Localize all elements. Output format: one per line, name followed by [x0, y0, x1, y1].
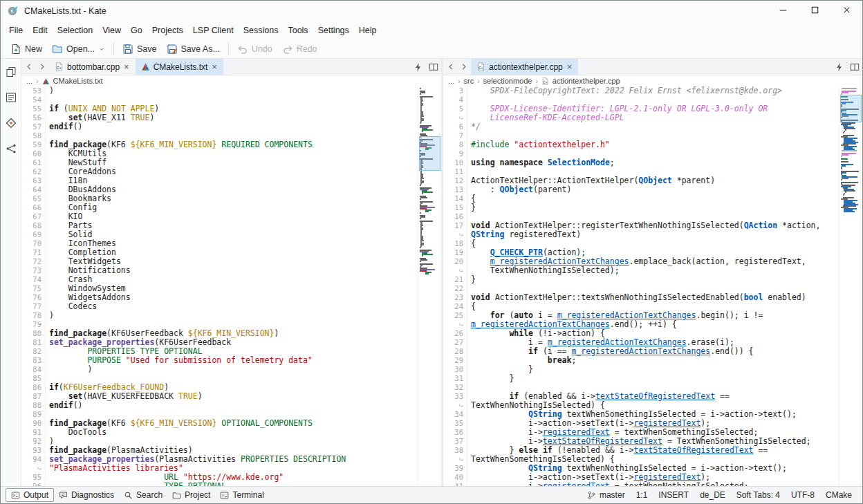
- toolbar: NewOpen...SaveSave As...UndoRedo: [1, 39, 862, 59]
- tab-bottombar-cpp[interactable]: C+bottombar.cpp×: [49, 59, 136, 75]
- minimap-line: [420, 198, 421, 200]
- line-number: 83: [21, 356, 45, 365]
- sidebar-symbols-tool[interactable]: [3, 141, 19, 156]
- menu-file[interactable]: File: [4, 23, 28, 38]
- sidebar-documents-tool[interactable]: [3, 64, 19, 80]
- minimize-button[interactable]: [767, 1, 799, 21]
- code-line: 68 Parts: [21, 221, 418, 230]
- code-line: 24{: [443, 302, 839, 311]
- status-tab-mode[interactable]: Soft Tabs: 4: [731, 490, 786, 500]
- statusbar-search-button[interactable]: Search: [119, 489, 167, 501]
- sidebar-file-list-tool[interactable]: [3, 90, 19, 105]
- tab-actiontexthelper-cpp[interactable]: C+actiontexthelper.cpp×: [471, 59, 578, 75]
- statusbar-diagnostics-button[interactable]: Diagnostics: [54, 489, 119, 501]
- sidebar-git-tool[interactable]: [3, 115, 19, 131]
- history-forward-button[interactable]: [35, 59, 48, 75]
- statusbar-terminal-button[interactable]: Terminal: [215, 489, 268, 501]
- svg-text:C+: C+: [57, 66, 62, 70]
- save-button[interactable]: Save: [118, 41, 162, 57]
- history-back-button[interactable]: [445, 59, 457, 75]
- code-area[interactable]: 53)5455if (UNIX AND NOT APPLE)56 set(HAV…: [21, 86, 418, 486]
- status-git-branch[interactable]: master: [582, 490, 631, 500]
- tab-close-icon[interactable]: ×: [566, 62, 573, 71]
- toolbar-button-label: Open...: [66, 44, 95, 54]
- line-number: 36: [443, 428, 467, 437]
- code-text: } else if (!enabled && i->textStateOfReg…: [467, 446, 839, 455]
- breadcrumb-collapsed[interactable]: ...: [26, 77, 33, 85]
- code-line: 7: [443, 131, 839, 140]
- redo-button[interactable]: Redo: [277, 41, 322, 57]
- minimap-scrollbar[interactable]: [418, 86, 441, 486]
- tab-label: CMakeLists.txt: [154, 62, 208, 72]
- menu-tools[interactable]: Tools: [283, 23, 313, 38]
- menu-view[interactable]: View: [98, 23, 126, 38]
- svg-text:C+: C+: [543, 80, 547, 84]
- close-button[interactable]: [830, 1, 862, 21]
- line-number: 96: [21, 482, 45, 486]
- code-line: 35 i->action->setText(i->registeredText)…: [443, 419, 839, 428]
- status-dictionary[interactable]: de_DE: [694, 490, 731, 500]
- minimap-line: [842, 150, 856, 151]
- maximize-button[interactable]: [799, 1, 830, 21]
- breadcrumb-item[interactable]: src: [464, 77, 474, 85]
- statusbar-output-button[interactable]: Output: [6, 488, 54, 502]
- menu-lsp-client[interactable]: LSP Client: [188, 23, 239, 38]
- status-input-mode[interactable]: INSERT: [653, 490, 694, 500]
- tab-cmakelists-txt[interactable]: CMakeLists.txt×: [136, 59, 223, 75]
- line-number: 56: [21, 113, 45, 122]
- code-line: 69 Solid: [21, 230, 418, 239]
- code-text: DBusAddons: [45, 185, 418, 194]
- menu-sessions[interactable]: Sessions: [239, 23, 284, 38]
- statusbar-project-button[interactable]: Project: [167, 489, 215, 501]
- minimap-line: [420, 122, 421, 124]
- minimap-viewport[interactable]: [419, 136, 440, 171]
- breadcrumb-item[interactable]: actiontexthelper.cpp: [553, 77, 620, 85]
- history-forward-button[interactable]: [457, 59, 470, 75]
- new-button[interactable]: New: [6, 41, 47, 57]
- code-line: 74 Crash: [21, 275, 418, 284]
- menu-go[interactable]: Go: [126, 23, 147, 38]
- breadcrumb-collapsed[interactable]: ...: [448, 77, 454, 85]
- save-as-button[interactable]: Save As...: [162, 41, 225, 57]
- status-syntax-mode[interactable]: CMake: [820, 490, 857, 500]
- menu-edit[interactable]: Edit: [28, 23, 53, 38]
- line-number: 54: [21, 95, 45, 104]
- menu-selection[interactable]: Selection: [53, 23, 98, 38]
- menu-help[interactable]: Help: [354, 23, 382, 38]
- code-text: IconThemes: [45, 239, 418, 248]
- tab-close-icon[interactable]: ×: [123, 62, 130, 71]
- quick-open-button[interactable]: [411, 59, 426, 75]
- line-number: 8: [443, 140, 467, 149]
- code-line: 14{: [443, 194, 839, 203]
- code-line: 65 Bookmarks: [21, 194, 418, 203]
- menu-projects[interactable]: Projects: [147, 23, 188, 38]
- quick-open-button[interactable]: [832, 59, 847, 75]
- minimap-scrollbar[interactable]: [839, 86, 862, 486]
- right-editor-pane: C+actiontexthelper.cpp×...›src›selection…: [443, 59, 862, 486]
- tab-close-icon[interactable]: ×: [211, 62, 218, 71]
- status-cursor-position[interactable]: 1:1: [631, 490, 653, 500]
- code-text: TextWhenSomethingIsSelected) {: [467, 455, 839, 464]
- breadcrumb-item[interactable]: CMakeLists.txt: [53, 77, 103, 85]
- code-text: SPDX-FileCopyrightText: 2022 Felix Ernst…: [467, 86, 839, 95]
- code-text: SPDX-License-Identifier: LGPL-2.1-only O…: [467, 104, 839, 113]
- code-line: 12ActionTextHelper::ActionTextHelper(QOb…: [443, 176, 839, 185]
- wrap-marker: ↪: [443, 401, 467, 410]
- history-back-button[interactable]: [23, 59, 35, 75]
- line-number: 18: [443, 239, 467, 248]
- split-view-button[interactable]: [847, 59, 862, 75]
- breadcrumb-item[interactable]: selectionmode: [483, 77, 532, 85]
- code-text: QString textWhenSomethingIsSelected = i-…: [467, 410, 839, 419]
- line-number: 61: [21, 158, 45, 167]
- code-text: QString textWhenNothingIsSelected = i->a…: [467, 464, 839, 473]
- open-button[interactable]: Open...: [47, 41, 110, 57]
- minimap-line: [425, 273, 429, 274]
- code-area[interactable]: 3 SPDX-FileCopyrightText: 2022 Felix Ern…: [443, 86, 839, 486]
- status-encoding[interactable]: UTF-8: [786, 490, 820, 500]
- wrap-marker: ↪: [21, 464, 45, 473]
- minimap-viewport[interactable]: [840, 95, 862, 122]
- code-line: 82 PROPERTIES TYPE OPTIONAL: [21, 347, 418, 356]
- split-view-button[interactable]: [426, 59, 441, 75]
- undo-button[interactable]: Undo: [232, 41, 277, 57]
- menu-settings[interactable]: Settings: [313, 23, 354, 38]
